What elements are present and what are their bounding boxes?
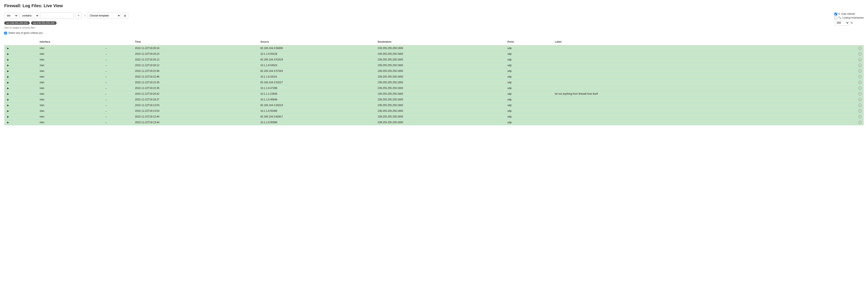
info-button[interactable]: i <box>858 75 862 79</box>
cell-destination: 239.255.255.250:1900 <box>375 102 505 108</box>
info-button[interactable]: i <box>858 58 862 61</box>
cell-proto: udp <box>505 63 553 68</box>
cell-source: 82.165.104.3:57043 <box>258 68 375 74</box>
direction-icon: → <box>104 121 107 124</box>
cell-direction-arrow: → <box>102 85 133 91</box>
cell-interface: vlan <box>38 85 102 91</box>
cell-proto: udp <box>505 74 553 80</box>
info-button[interactable]: i <box>858 109 862 113</box>
cell-label <box>553 63 830 68</box>
direction-icon: → <box>104 87 107 90</box>
cell-source: 10.1.1.1:23646 <box>258 91 375 97</box>
cell-source: 10.1.1.6:46646 <box>258 97 375 102</box>
info-button[interactable]: i <box>858 52 862 56</box>
play-button[interactable]: ▶ <box>6 81 10 84</box>
cell-time: 2022-11-22T19:26:12 <box>133 63 258 68</box>
cell-proto: udp <box>505 108 553 114</box>
play-button[interactable]: ▶ <box>6 104 10 107</box>
cell-info: i <box>830 80 864 85</box>
table-row: ▶vlan→2022-11-22T19:26:1210.1.1.6:545232… <box>4 63 864 68</box>
col-interface: Interface <box>38 39 102 45</box>
cell-source: 10.1.1.6:55395 <box>258 108 375 114</box>
cell-proto: udp <box>505 114 553 120</box>
auto-refresh-checkbox[interactable] <box>834 13 837 16</box>
info-button[interactable]: i <box>858 115 862 118</box>
cell-direction-arrow: → <box>102 57 133 63</box>
count-refresh-row: 50 100 250 500 1000 ↻ <box>834 20 853 26</box>
cell-proto: udp <box>505 80 553 85</box>
info-button[interactable]: i <box>858 98 862 101</box>
play-button[interactable]: ▶ <box>6 53 10 55</box>
play-button[interactable]: ▶ <box>6 93 10 95</box>
direction-icon: → <box>104 75 107 79</box>
info-button[interactable]: i <box>858 81 862 84</box>
info-button[interactable]: i <box>858 69 862 73</box>
direction-icon: → <box>104 52 107 56</box>
cell-destination: 239.255.255.250:1900 <box>375 74 505 80</box>
cell-direction-arrow: → <box>102 51 133 57</box>
info-button[interactable]: i <box>858 121 862 124</box>
cell-time: 2022-11-22T19:26:24 <box>133 45 258 51</box>
cell-proto: udp <box>505 51 553 57</box>
table-row: ▶vlan←2022-11-22T19:20:4210.1.1.1:236462… <box>4 91 864 97</box>
play-button[interactable]: ▶ <box>6 121 10 124</box>
cell-label: let out anything from firewall host itse… <box>553 91 830 97</box>
play-button[interactable]: ▶ <box>6 98 10 101</box>
info-button[interactable]: i <box>858 86 862 90</box>
play-button[interactable]: ▶ <box>6 58 10 61</box>
cell-interface: vlan <box>38 108 102 114</box>
cell-time: 2022-11-22T19:13:44 <box>133 120 258 125</box>
src-filter-badge[interactable]: src-239.255.255.250 <box>4 21 30 25</box>
cell-interface: vlan <box>38 80 102 85</box>
cell-label <box>553 68 830 74</box>
cell-direction-arrow: → <box>102 97 133 102</box>
cell-label <box>553 57 830 63</box>
delete-template-button[interactable]: 🗑 <box>122 12 128 19</box>
add-filter-button[interactable]: + <box>75 12 82 19</box>
play-button[interactable]: ▶ <box>6 64 10 67</box>
count-select[interactable]: 50 100 250 500 1000 <box>834 20 849 26</box>
cell-label <box>553 45 830 51</box>
play-button[interactable]: ▶ <box>6 110 10 112</box>
table-row: ▶vlan→2022-11-22T19:13:5382.165.104.3:36… <box>4 102 864 108</box>
direction-icon: → <box>104 98 107 101</box>
cell-label <box>553 85 830 91</box>
filter-field-select[interactable]: dst src proto label <box>4 12 18 19</box>
cell-interface: vlan <box>38 97 102 102</box>
lookup-hostnames-checkbox[interactable] <box>834 17 837 19</box>
dst-filter-badge[interactable]: dst-239.255.255.250 <box>31 21 57 25</box>
play-button[interactable]: ▶ <box>6 87 10 90</box>
choose-template-select[interactable]: Choose template <box>87 12 121 19</box>
cell-interface: vlan <box>38 68 102 74</box>
play-button[interactable]: ▶ <box>6 47 10 50</box>
cell-direction-arrow: → <box>102 45 133 51</box>
play-button[interactable]: ▶ <box>6 76 10 78</box>
cell-direction-arrow: ← <box>102 91 133 97</box>
filter-value-input[interactable] <box>40 12 74 19</box>
filter-operator-select[interactable]: contains equals starts with ends with <box>20 12 39 19</box>
col-time: Time <box>133 39 258 45</box>
cell-info: i <box>830 120 864 125</box>
or-criteria-checkbox[interactable] <box>4 32 7 34</box>
cell-proto: udp <box>505 68 553 74</box>
table-row: ▶vlan→2022-11-22T19:26:2410.1.1.6:502282… <box>4 51 864 57</box>
cell-proto: udp <box>505 45 553 51</box>
cell-source: 82.165.104.3:60917 <box>258 114 375 120</box>
cell-destination: 239.255.255.250:1900 <box>375 85 505 91</box>
info-button[interactable]: i <box>858 92 862 95</box>
play-button[interactable]: ▶ <box>6 70 10 72</box>
cell-source: 10.1.1.6:50586 <box>258 120 375 125</box>
info-button[interactable]: i <box>858 64 862 67</box>
direction-icon: → <box>104 104 107 107</box>
play-button[interactable]: ▶ <box>6 115 10 118</box>
info-button[interactable]: i <box>858 104 862 107</box>
manual-refresh-button[interactable]: ↻ <box>850 21 853 25</box>
cell-interface: vlan <box>38 74 102 80</box>
cell-time: 2022-11-22T19:20:42 <box>133 91 258 97</box>
cell-time: 2022-11-22T19:26:24 <box>133 51 258 57</box>
table-row: ▶vlan→2022-11-22T19:22:4682.165.104.3:57… <box>4 68 864 74</box>
page-container: Firewall: Log Files: Live View dst src p… <box>0 0 868 295</box>
cell-source: 10.1.1.6:50228 <box>258 51 375 57</box>
info-button[interactable]: i <box>858 47 862 50</box>
cell-destination: 239.255.255.250:1900 <box>375 120 505 125</box>
